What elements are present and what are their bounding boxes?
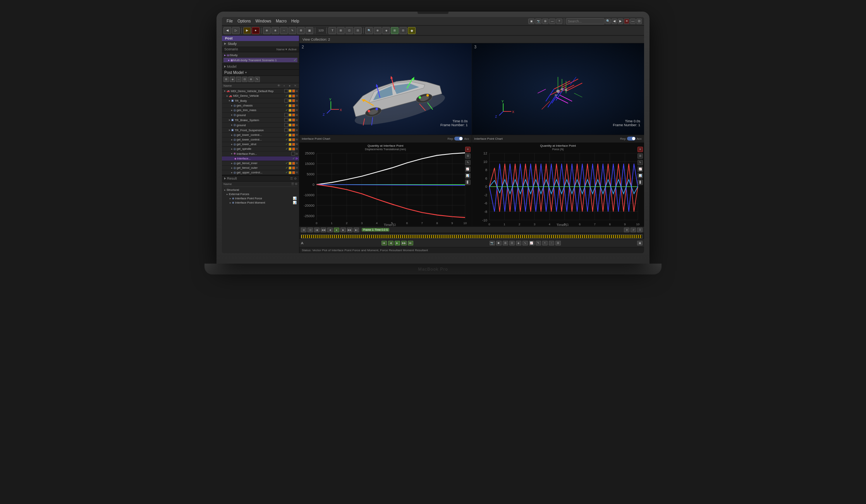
result-row[interactable]: ▸ ⊕ Interface Point Moment 📊 <box>223 201 297 205</box>
tb-view2[interactable]: ⊟ <box>399 27 407 34</box>
tl-btn-loop[interactable]: ↺ <box>631 228 636 232</box>
tl-btn-play-back[interactable]: ◀ <box>327 228 333 232</box>
tree-color-dot[interactable] <box>289 123 292 127</box>
tree-row-selected[interactable]: ◈ Interface... ✓ ⊳ <box>222 156 299 161</box>
bt-btn5[interactable]: ⏭ <box>408 241 413 245</box>
tree-check[interactable] <box>291 152 295 156</box>
tree-check[interactable] <box>284 89 288 93</box>
tree-study-node[interactable]: ▸ 🗂 Study <box>223 53 297 58</box>
tb-btn12[interactable]: ⊕ <box>374 27 381 34</box>
bt-btn4[interactable]: ▶▶ <box>401 241 407 245</box>
toolbar-icon-3[interactable]: ⊞ <box>542 19 548 24</box>
chart-5-toggle-track[interactable] <box>627 137 636 141</box>
min-btn[interactable]: — <box>630 19 636 24</box>
tl-btn-stop[interactable]: ■ <box>334 228 339 232</box>
tree-row[interactable]: ▸ ◎ gel_upper_control... ✓ ≋ <box>222 170 299 175</box>
tl-btn-next[interactable]: ▶| <box>354 228 359 232</box>
tree-color-dot[interactable] <box>289 99 292 102</box>
tree-color-dot[interactable] <box>289 162 292 165</box>
chart-4-graph-btn[interactable]: 📈 <box>465 166 471 172</box>
result-icon1[interactable]: ☰ <box>290 177 293 180</box>
tree-color-dot2[interactable] <box>292 171 295 174</box>
bt-btn6[interactable]: ⊞ <box>503 241 508 245</box>
mtb-btn3[interactable]: → <box>236 77 241 82</box>
menu-help[interactable]: Help <box>289 19 302 23</box>
chart-4-chart-btn[interactable]: 📊 <box>465 173 471 178</box>
toolbar-icon-5[interactable]: ? <box>556 19 562 24</box>
mtb-btn6[interactable]: ✎ <box>254 77 260 82</box>
tb-btn5[interactable]: ⚙ <box>297 27 305 34</box>
chart-5-toggle[interactable]: Rep Acc <box>620 137 642 141</box>
tree-color-dot[interactable] <box>289 89 292 93</box>
tree-color-dot2[interactable] <box>292 134 295 137</box>
close-btn[interactable]: ✕ <box>624 19 629 24</box>
chart-4-toggle-track[interactable] <box>454 137 463 141</box>
chart-5-pencil-btn[interactable]: ✎ <box>637 160 643 165</box>
tree-scenario-node[interactable]: ▸ ◉ Multi-body Transient Scenario 1 ✓ <box>223 58 297 63</box>
tree-color-dot[interactable] <box>289 134 292 137</box>
tb-btn9[interactable]: ⊡ <box>345 27 353 34</box>
tree-row[interactable]: ▸ ▣ TR_Brake_System ≋ <box>222 118 299 123</box>
chart-5-bar-btn[interactable]: ▊ <box>637 180 643 185</box>
tree-row[interactable]: ▸ 🚗 MDI_Demo_Vehicle_Default Rep ≋ <box>222 89 299 94</box>
search-input[interactable] <box>566 18 605 24</box>
chart-4-bar-btn[interactable]: ▊ <box>465 180 471 185</box>
bt-btn9[interactable]: 📈 <box>529 241 534 245</box>
tl-btn-grid[interactable]: ⊞ <box>301 228 306 232</box>
tree-row[interactable]: ▸ ⊕ Interface Poin... ≋ <box>222 151 299 156</box>
nav-btn2[interactable]: ▶ <box>618 19 623 24</box>
mtb-btn2[interactable]: ◈ <box>230 77 235 82</box>
bt-pencil[interactable]: ✎ <box>536 241 541 245</box>
scenario-dropdown[interactable]: Name ▾ <box>277 48 287 51</box>
tree-color-dot[interactable] <box>289 166 292 170</box>
tree-check[interactable] <box>284 128 288 132</box>
tree-row[interactable]: ▸ ◎ gel_tierod_inner ✓ ≋ <box>222 161 299 166</box>
tb-save[interactable]: ▶ <box>243 27 251 34</box>
tree-row[interactable]: ▸ ◎ gel_lower_strut ✓ ≋ <box>222 142 299 147</box>
tree-row[interactable]: ▸ ◎ ges_trim_mass ✓ ≋ <box>222 108 299 113</box>
bt-end[interactable]: ▣ <box>637 241 643 245</box>
tb-view1[interactable]: ⊞ <box>391 27 399 34</box>
toolbar-icon-1[interactable]: ▣ <box>528 19 534 24</box>
tree-color-dot2[interactable] <box>292 99 295 102</box>
mtb-btn4[interactable]: ⊟ <box>242 77 247 82</box>
tree-color-dot2[interactable] <box>292 129 295 132</box>
result-row[interactable]: ▸ ⊕ Interface Point Force 📊 <box>223 196 297 201</box>
bt-minus[interactable]: − <box>549 241 554 245</box>
chart-5-chart-btn[interactable]: 📊 <box>637 173 643 178</box>
tb-btn2[interactable]: ⊗ <box>271 27 279 34</box>
toolbar-icon-2[interactable]: 📷 <box>535 19 541 24</box>
tree-color-dot2[interactable] <box>292 104 295 107</box>
tb-diamond[interactable]: ◆ <box>408 27 416 34</box>
tree-color-dot[interactable] <box>289 147 292 151</box>
timeline-bar[interactable] <box>301 235 643 238</box>
menu-macro[interactable]: Macro <box>273 19 289 23</box>
tl-btn-settings[interactable]: ⚙ <box>624 228 629 232</box>
tree-row[interactable]: ▸ ◎ ges_chassis ✓ ≋ <box>222 103 299 108</box>
tb-btn4[interactable]: ✎ <box>289 27 296 34</box>
tree-color-dot[interactable] <box>289 118 292 122</box>
tb-btn11[interactable]: 🔍 <box>365 27 373 34</box>
tree-color-dot2[interactable] <box>292 162 295 165</box>
tree-color-dot2[interactable] <box>292 94 295 98</box>
bt-btn2[interactable]: ◀ <box>388 241 393 245</box>
tb-run[interactable]: ● <box>252 27 259 34</box>
tree-color-dot2[interactable] <box>292 166 295 170</box>
tree-check[interactable] <box>284 99 288 103</box>
tree-color-dot[interactable] <box>289 113 292 117</box>
tb-btn10[interactable]: ⊟ <box>354 27 362 34</box>
tb-btn13[interactable]: ◈ <box>382 27 390 34</box>
result-icon2[interactable]: ⚙ <box>294 177 297 180</box>
tree-color-dot2[interactable] <box>292 118 295 122</box>
search-btn[interactable]: 🔍 <box>605 19 611 24</box>
post-model-dropdown[interactable]: ▾ <box>245 71 247 74</box>
tb-btn3[interactable]: → <box>280 27 288 34</box>
mtb-btn1[interactable]: ⊞ <box>223 77 229 82</box>
tree-color-dot2[interactable] <box>292 147 295 151</box>
tb-btn8[interactable]: ⊞ <box>337 27 345 34</box>
tree-color-dot2[interactable] <box>292 143 295 146</box>
tree-row[interactable]: ▸ ◎ gel_lower_control... ✓ ≋ <box>222 133 299 137</box>
tb-btn7[interactable]: T <box>328 27 336 34</box>
tree-check[interactable] <box>284 118 288 122</box>
tl-btn-prev[interactable]: |◀ <box>314 228 320 232</box>
